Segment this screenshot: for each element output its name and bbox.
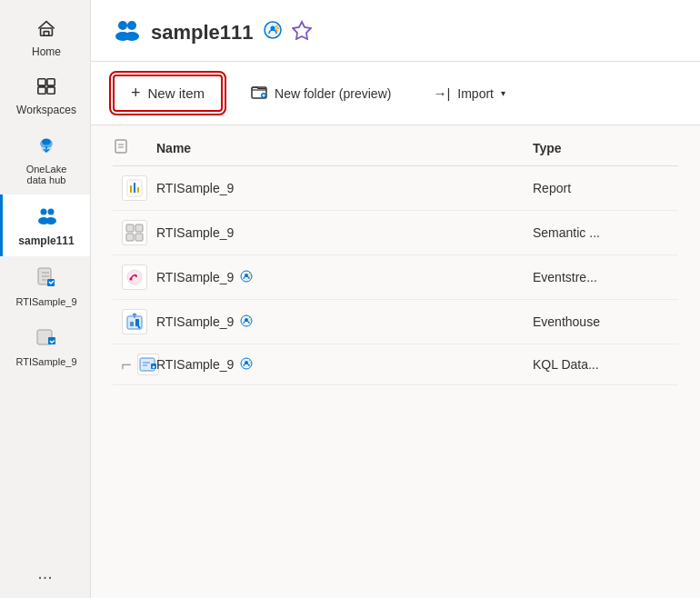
header-badge2 xyxy=(292,20,312,45)
row3-name-text: RTISample_9 xyxy=(156,270,234,284)
workspaces-icon xyxy=(36,76,56,100)
row2-icon-cell xyxy=(113,220,156,245)
eventstream-icon xyxy=(122,264,147,290)
home-icon xyxy=(36,18,56,42)
indent-symbol: ⌐ xyxy=(121,354,132,375)
svg-rect-39 xyxy=(135,234,143,241)
row5-name-text: RTISample_9 xyxy=(156,357,234,372)
table-row[interactable]: RTISample_9 Semantic ... xyxy=(113,211,678,255)
header-title: sample111 xyxy=(151,21,254,45)
new-item-button[interactable]: + New item xyxy=(113,75,223,112)
main-content: sample111 + New item xyxy=(91,0,700,598)
svg-rect-35 xyxy=(137,187,139,193)
row4-name: RTISample_9 xyxy=(156,314,533,331)
header: sample111 xyxy=(91,0,700,62)
new-folder-button[interactable]: New folder (preview) xyxy=(237,75,405,112)
sidebar-more-button[interactable]: ... xyxy=(37,563,53,598)
row5-name: RTISample_9 xyxy=(156,356,533,374)
svg-rect-45 xyxy=(130,322,134,326)
sample111-icon xyxy=(35,204,58,231)
row4-badge xyxy=(239,314,254,331)
row3-badge xyxy=(239,269,254,286)
table-row[interactable]: RTISample_9 Eventstre... xyxy=(113,255,678,300)
header-icon-col xyxy=(113,138,156,158)
row1-type: Report xyxy=(533,181,678,195)
plus-icon: + xyxy=(131,84,141,103)
svg-rect-34 xyxy=(134,183,135,193)
svg-rect-29 xyxy=(115,140,126,153)
svg-point-21 xyxy=(125,32,139,41)
table-row[interactable]: RTISample_9 Eventhouse xyxy=(113,300,678,344)
svg-point-19 xyxy=(127,21,136,30)
rtisample1-icon xyxy=(35,265,58,293)
onelake-icon xyxy=(35,135,57,160)
svg-marker-24 xyxy=(293,22,311,39)
row5-type: KQL Data... xyxy=(533,357,678,372)
row3-name: RTISample_9 xyxy=(156,269,533,286)
row2-name: RTISample_9 xyxy=(156,225,533,240)
rtisample2-icon xyxy=(35,325,58,353)
svg-rect-1 xyxy=(44,32,49,36)
svg-point-8 xyxy=(42,139,51,145)
svg-point-52 xyxy=(245,361,248,364)
sidebar-item-rtisample2-label: RTISample_9 xyxy=(15,356,76,367)
sidebar-item-sample111-label: sample111 xyxy=(18,234,74,247)
svg-rect-36 xyxy=(126,224,134,232)
table-row[interactable]: RTISample_9 Report xyxy=(113,166,678,211)
row1-name-text: RTISample_9 xyxy=(156,181,234,195)
new-folder-label: New folder (preview) xyxy=(275,86,391,101)
sidebar: Home Workspaces OneLakedata hub xyxy=(0,0,91,598)
svg-point-43 xyxy=(245,274,248,277)
sidebar-item-workspaces[interactable]: Workspaces xyxy=(0,67,90,125)
sidebar-item-rtisample2[interactable]: RTISample_9 xyxy=(0,316,90,376)
row1-icon-cell xyxy=(113,175,156,201)
svg-rect-5 xyxy=(47,87,55,94)
table-header: Name Type xyxy=(113,125,678,166)
svg-rect-37 xyxy=(135,224,143,232)
svg-rect-4 xyxy=(38,87,45,94)
svg-rect-3 xyxy=(47,79,55,85)
sidebar-item-onelake-label: OneLakedata hub xyxy=(26,164,67,185)
sidebar-item-home-label: Home xyxy=(32,45,61,58)
import-chevron-icon: ▾ xyxy=(501,88,505,98)
toolbar: + New item New folder (preview) →| Impor… xyxy=(91,62,700,125)
svg-point-48 xyxy=(245,318,248,322)
svg-rect-46 xyxy=(135,319,139,326)
svg-point-18 xyxy=(118,21,127,30)
svg-rect-38 xyxy=(126,234,134,241)
sidebar-item-rtisample1-label: RTISample_9 xyxy=(15,296,76,307)
svg-point-23 xyxy=(270,26,275,31)
svg-point-41 xyxy=(130,278,133,281)
eventhouse-icon xyxy=(122,309,147,334)
sidebar-more-label: ... xyxy=(37,563,53,583)
import-button[interactable]: →| Import ▾ xyxy=(419,77,519,109)
svg-rect-33 xyxy=(130,185,132,193)
col-name-header: Name xyxy=(156,141,533,155)
row2-type: Semantic ... xyxy=(533,225,678,240)
new-item-label: New item xyxy=(148,85,205,101)
sidebar-item-onelake[interactable]: OneLakedata hub xyxy=(0,125,90,194)
sidebar-item-home[interactable]: Home xyxy=(0,9,90,67)
report-icon xyxy=(122,175,147,201)
table-area: Name Type RTISample_9 Report xyxy=(91,125,700,598)
workspace-header-icon xyxy=(113,15,142,50)
row5-indent-cell: ⌐ xyxy=(113,354,156,375)
sidebar-item-rtisample1[interactable]: RTISample_9 xyxy=(0,256,90,316)
row4-name-text: RTISample_9 xyxy=(156,314,234,329)
semantic-icon xyxy=(122,220,147,245)
row5-badge xyxy=(239,356,254,374)
table-row[interactable]: ⌐ RTISample_9 xyxy=(113,344,678,385)
svg-rect-2 xyxy=(38,79,45,85)
row2-name-text: RTISample_9 xyxy=(156,225,234,240)
new-folder-icon xyxy=(251,84,267,104)
svg-rect-50 xyxy=(151,364,156,369)
row3-icon-cell xyxy=(113,264,156,290)
row1-name: RTISample_9 xyxy=(156,181,533,195)
svg-point-13 xyxy=(45,217,56,224)
import-label: Import xyxy=(457,86,494,101)
row4-icon-cell xyxy=(113,309,156,334)
row4-type: Eventhouse xyxy=(533,314,678,329)
svg-point-10 xyxy=(41,209,47,215)
svg-point-40 xyxy=(127,270,142,284)
sidebar-item-sample111[interactable]: sample111 xyxy=(0,194,90,256)
